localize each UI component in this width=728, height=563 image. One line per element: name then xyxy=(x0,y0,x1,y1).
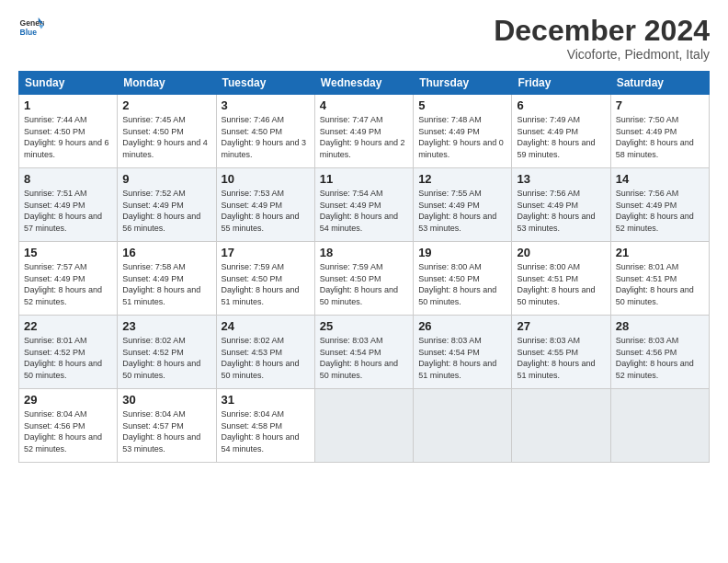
calendar-cell: 20Sunrise: 8:00 AM Sunset: 4:51 PM Dayli… xyxy=(512,242,610,316)
calendar-cell: 12Sunrise: 7:55 AM Sunset: 4:49 PM Dayli… xyxy=(414,168,512,242)
day-number: 19 xyxy=(418,246,506,259)
cell-details: Sunrise: 7:54 AM Sunset: 4:49 PM Dayligh… xyxy=(320,188,408,234)
day-number: 9 xyxy=(122,172,210,186)
calendar-cell xyxy=(314,389,413,463)
calendar-cell: 8Sunrise: 7:51 AM Sunset: 4:49 PM Daylig… xyxy=(19,168,118,242)
cell-details: Sunrise: 7:49 AM Sunset: 4:49 PM Dayligh… xyxy=(517,114,605,160)
calendar-cell: 25Sunrise: 8:03 AM Sunset: 4:54 PM Dayli… xyxy=(314,316,413,389)
cell-details: Sunrise: 7:53 AM Sunset: 4:49 PM Dayligh… xyxy=(222,188,310,234)
cell-details: Sunrise: 7:50 AM Sunset: 4:49 PM Dayligh… xyxy=(616,114,704,160)
cell-details: Sunrise: 7:56 AM Sunset: 4:49 PM Dayligh… xyxy=(517,188,605,234)
cell-details: Sunrise: 8:02 AM Sunset: 4:53 PM Dayligh… xyxy=(222,335,310,381)
day-number: 23 xyxy=(122,319,210,333)
calendar-cell xyxy=(414,389,512,463)
cell-details: Sunrise: 7:55 AM Sunset: 4:49 PM Dayligh… xyxy=(418,188,506,234)
cell-details: Sunrise: 8:04 AM Sunset: 4:56 PM Dayligh… xyxy=(24,408,112,454)
day-number: 16 xyxy=(122,246,210,259)
calendar-cell: 4Sunrise: 7:47 AM Sunset: 4:49 PM Daylig… xyxy=(314,95,413,168)
calendar-cell: 26Sunrise: 8:03 AM Sunset: 4:54 PM Dayli… xyxy=(414,316,512,389)
weekday-header: Thursday xyxy=(414,72,512,95)
svg-text:Blue: Blue xyxy=(20,28,38,37)
cell-details: Sunrise: 7:56 AM Sunset: 4:49 PM Dayligh… xyxy=(616,188,704,234)
calendar-week-row: 22Sunrise: 8:01 AM Sunset: 4:52 PM Dayli… xyxy=(19,316,710,389)
day-number: 8 xyxy=(24,172,112,186)
calendar-cell: 11Sunrise: 7:54 AM Sunset: 4:49 PM Dayli… xyxy=(314,168,413,242)
day-number: 15 xyxy=(24,246,112,259)
calendar-cell: 7Sunrise: 7:50 AM Sunset: 4:49 PM Daylig… xyxy=(610,95,709,168)
cell-details: Sunrise: 8:01 AM Sunset: 4:51 PM Dayligh… xyxy=(616,261,704,307)
day-number: 12 xyxy=(418,172,506,186)
cell-details: Sunrise: 7:48 AM Sunset: 4:49 PM Dayligh… xyxy=(418,114,506,160)
day-number: 28 xyxy=(616,319,704,333)
calendar-cell: 15Sunrise: 7:57 AM Sunset: 4:49 PM Dayli… xyxy=(19,242,118,316)
weekday-header: Wednesday xyxy=(314,72,413,95)
calendar-cell: 9Sunrise: 7:52 AM Sunset: 4:49 PM Daylig… xyxy=(118,168,216,242)
cell-details: Sunrise: 7:57 AM Sunset: 4:49 PM Dayligh… xyxy=(24,261,112,307)
day-number: 1 xyxy=(24,98,112,112)
calendar-cell: 14Sunrise: 7:56 AM Sunset: 4:49 PM Dayli… xyxy=(610,168,709,242)
cell-details: Sunrise: 8:00 AM Sunset: 4:50 PM Dayligh… xyxy=(418,261,506,307)
cell-details: Sunrise: 7:51 AM Sunset: 4:49 PM Dayligh… xyxy=(24,188,112,234)
weekday-header: Monday xyxy=(118,72,216,95)
day-number: 13 xyxy=(517,172,605,186)
cell-details: Sunrise: 8:00 AM Sunset: 4:51 PM Dayligh… xyxy=(517,261,605,307)
day-number: 3 xyxy=(222,98,310,112)
cell-details: Sunrise: 7:58 AM Sunset: 4:49 PM Dayligh… xyxy=(122,261,210,307)
month-title: December 2024 xyxy=(494,15,710,47)
title-area: December 2024 Vicoforte, Piedmont, Italy xyxy=(494,15,710,62)
cell-details: Sunrise: 7:59 AM Sunset: 4:50 PM Dayligh… xyxy=(222,261,310,307)
weekday-header: Friday xyxy=(512,72,610,95)
calendar-table: SundayMondayTuesdayWednesdayThursdayFrid… xyxy=(18,71,710,463)
day-number: 11 xyxy=(320,172,408,186)
cell-details: Sunrise: 7:47 AM Sunset: 4:49 PM Dayligh… xyxy=(320,114,408,160)
day-number: 10 xyxy=(222,172,310,186)
day-number: 26 xyxy=(418,319,506,333)
calendar-cell: 29Sunrise: 8:04 AM Sunset: 4:56 PM Dayli… xyxy=(19,389,118,463)
calendar-cell: 17Sunrise: 7:59 AM Sunset: 4:50 PM Dayli… xyxy=(216,242,314,316)
calendar-cell: 27Sunrise: 8:03 AM Sunset: 4:55 PM Dayli… xyxy=(512,316,610,389)
calendar-cell xyxy=(512,389,610,463)
logo: General Blue xyxy=(18,15,44,40)
day-number: 20 xyxy=(517,246,605,259)
day-number: 22 xyxy=(24,319,112,333)
calendar-cell: 24Sunrise: 8:02 AM Sunset: 4:53 PM Dayli… xyxy=(216,316,314,389)
calendar-cell: 31Sunrise: 8:04 AM Sunset: 4:58 PM Dayli… xyxy=(216,389,314,463)
day-number: 14 xyxy=(616,172,704,186)
weekday-header: Tuesday xyxy=(216,72,314,95)
calendar-cell: 23Sunrise: 8:02 AM Sunset: 4:52 PM Dayli… xyxy=(118,316,216,389)
calendar-cell: 28Sunrise: 8:03 AM Sunset: 4:56 PM Dayli… xyxy=(610,316,709,389)
cell-details: Sunrise: 7:45 AM Sunset: 4:50 PM Dayligh… xyxy=(122,114,210,160)
location-subtitle: Vicoforte, Piedmont, Italy xyxy=(494,47,710,62)
calendar-cell: 6Sunrise: 7:49 AM Sunset: 4:49 PM Daylig… xyxy=(512,95,610,168)
day-number: 29 xyxy=(24,393,112,407)
day-number: 7 xyxy=(616,98,704,112)
calendar-cell: 5Sunrise: 7:48 AM Sunset: 4:49 PM Daylig… xyxy=(414,95,512,168)
calendar-week-row: 15Sunrise: 7:57 AM Sunset: 4:49 PM Dayli… xyxy=(19,242,710,316)
cell-details: Sunrise: 8:02 AM Sunset: 4:52 PM Dayligh… xyxy=(122,335,210,381)
day-number: 27 xyxy=(517,319,605,333)
day-number: 5 xyxy=(418,98,506,112)
day-number: 6 xyxy=(517,98,605,112)
day-number: 2 xyxy=(122,98,210,112)
calendar-week-row: 29Sunrise: 8:04 AM Sunset: 4:56 PM Dayli… xyxy=(19,389,710,463)
page: General Blue December 2024 Vicoforte, Pi… xyxy=(0,0,728,472)
day-number: 21 xyxy=(616,246,704,259)
calendar-cell: 30Sunrise: 8:04 AM Sunset: 4:57 PM Dayli… xyxy=(118,389,216,463)
day-number: 25 xyxy=(320,319,408,333)
calendar-cell: 21Sunrise: 8:01 AM Sunset: 4:51 PM Dayli… xyxy=(610,242,709,316)
cell-details: Sunrise: 8:01 AM Sunset: 4:52 PM Dayligh… xyxy=(24,335,112,381)
calendar-cell: 16Sunrise: 7:58 AM Sunset: 4:49 PM Dayli… xyxy=(118,242,216,316)
calendar-cell xyxy=(610,389,709,463)
cell-details: Sunrise: 8:04 AM Sunset: 4:57 PM Dayligh… xyxy=(122,408,210,454)
day-number: 31 xyxy=(222,393,310,407)
day-number: 24 xyxy=(222,319,310,333)
weekday-header: Sunday xyxy=(19,72,118,95)
calendar-cell: 22Sunrise: 8:01 AM Sunset: 4:52 PM Dayli… xyxy=(19,316,118,389)
calendar-cell: 19Sunrise: 8:00 AM Sunset: 4:50 PM Dayli… xyxy=(414,242,512,316)
calendar-cell: 10Sunrise: 7:53 AM Sunset: 4:49 PM Dayli… xyxy=(216,168,314,242)
day-number: 18 xyxy=(320,246,408,259)
cell-details: Sunrise: 7:46 AM Sunset: 4:50 PM Dayligh… xyxy=(222,114,310,160)
calendar-cell: 18Sunrise: 7:59 AM Sunset: 4:50 PM Dayli… xyxy=(314,242,413,316)
calendar-week-row: 1Sunrise: 7:44 AM Sunset: 4:50 PM Daylig… xyxy=(19,95,710,168)
calendar-cell: 13Sunrise: 7:56 AM Sunset: 4:49 PM Dayli… xyxy=(512,168,610,242)
